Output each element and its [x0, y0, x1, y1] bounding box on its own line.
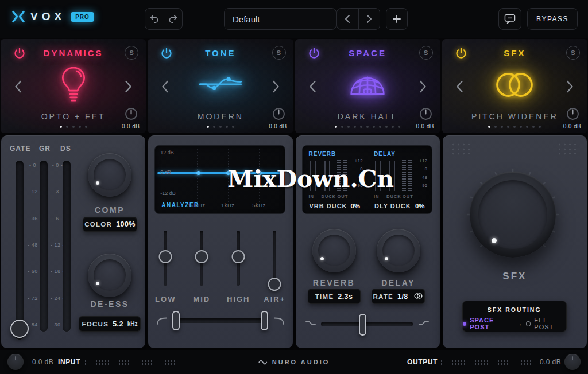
- color-value-box[interactable]: COLOR 100%: [83, 217, 137, 232]
- input-label: INPUT: [58, 358, 80, 366]
- module-gain-value: 0.0 dB: [122, 123, 140, 130]
- slider-handle[interactable]: [268, 278, 281, 291]
- meter-bar: [375, 161, 376, 191]
- prev-preset-arrow[interactable]: [455, 79, 465, 96]
- space-tilt-track[interactable]: [321, 322, 413, 326]
- deess-knob[interactable]: [88, 254, 131, 297]
- mix-dial-icon[interactable]: [566, 107, 580, 123]
- slider-handle[interactable]: [159, 250, 172, 263]
- page-dot: [213, 126, 215, 128]
- mid-slider[interactable]: [200, 231, 203, 286]
- time-value-box[interactable]: TIME 2.3s: [308, 289, 361, 304]
- solo-button[interactable]: S: [566, 46, 580, 60]
- dot-grid-decoration: [451, 142, 473, 157]
- input-gain-knob[interactable]: [7, 354, 24, 370]
- air-slider[interactable]: [273, 231, 276, 286]
- gridline: [158, 153, 281, 153]
- next-preset-arrow[interactable]: [123, 79, 133, 96]
- slider-handle[interactable]: [195, 250, 208, 263]
- eq-node[interactable]: [258, 171, 262, 175]
- stereo-link-icon[interactable]: [413, 291, 423, 302]
- mix-dial-icon[interactable]: [272, 107, 286, 123]
- page-dot: [85, 126, 87, 128]
- comp-knob[interactable]: [88, 153, 131, 197]
- redo-icon: [168, 14, 178, 24]
- input-level-meter: [84, 360, 175, 365]
- undo-icon: [149, 14, 159, 24]
- dome-icon: [347, 71, 388, 101]
- rate-field-label: RATE: [373, 293, 393, 300]
- sfx-knob[interactable]: [470, 172, 556, 258]
- add-preset-button[interactable]: [386, 8, 408, 30]
- chevron-right-icon: [366, 14, 372, 24]
- solo-button[interactable]: S: [419, 46, 433, 60]
- deess-knob-label: DE-ESS: [69, 299, 150, 309]
- filter-range-track[interactable]: [176, 318, 263, 323]
- redo-button[interactable]: [164, 9, 183, 29]
- comp-knob-label: COMP: [69, 205, 150, 215]
- knob-indicator-dot: [385, 257, 388, 260]
- preset-selector[interactable]: Default: [224, 8, 336, 30]
- route-to-label[interactable]: FLT POST: [534, 317, 566, 330]
- bypass-button[interactable]: BYPASS: [527, 8, 578, 30]
- prev-preset-arrow[interactable]: [13, 79, 23, 96]
- next-preset-arrow[interactable]: [565, 79, 575, 96]
- mix-dial-icon[interactable]: [419, 107, 433, 123]
- next-preset-arrow[interactable]: [271, 79, 281, 96]
- vrb-duck-row[interactable]: VRB DUCK 0%: [303, 198, 368, 213]
- high-slider[interactable]: [237, 231, 240, 286]
- eq-response-line[interactable]: [157, 172, 283, 174]
- output-gain-value: 0.0 dB: [540, 358, 561, 366]
- page-dot: [207, 126, 209, 128]
- space-panel: REVERB +120-48-96 IN DUCK OUT VRB DUCK 0…: [296, 135, 440, 348]
- knob-indicator-dot: [320, 257, 324, 260]
- delay-knob[interactable]: [377, 229, 420, 272]
- preset-next-button[interactable]: [358, 9, 380, 29]
- focus-value-box[interactable]: FOCUS 5.2 kHz: [79, 316, 141, 332]
- eq-node[interactable]: [226, 171, 230, 175]
- footer-brand: NURO AUDIO: [258, 359, 330, 365]
- route-from-label[interactable]: SPACE POST: [470, 317, 513, 330]
- meter-bar: [380, 161, 381, 191]
- space-tilt-handle[interactable]: [359, 314, 366, 336]
- undo-button[interactable]: [145, 9, 164, 29]
- eq-node[interactable]: [244, 171, 248, 175]
- preset-prev-button[interactable]: [337, 9, 358, 29]
- page-dot: [494, 126, 497, 128]
- sine-wave-icon: [258, 359, 268, 365]
- rate-value-box[interactable]: RATE 1/8: [372, 289, 425, 304]
- page-dot: [392, 126, 394, 128]
- gridline: [259, 149, 260, 202]
- scale-label: - 0: [25, 162, 40, 168]
- sfx-routing-box[interactable]: SFX ROUTING SPACE POST → FLT POST: [462, 301, 567, 332]
- reverb-knob[interactable]: [312, 229, 356, 272]
- meter-bar: [315, 161, 316, 191]
- feedback-button[interactable]: [498, 8, 521, 30]
- prev-preset-arrow[interactable]: [308, 79, 318, 96]
- dly-duck-row[interactable]: DLY DUCK 0%: [368, 198, 432, 213]
- output-gain-knob[interactable]: [564, 354, 581, 370]
- module-sfx: SFX S PITCH WIDENER 0.0 dB: [442, 39, 587, 349]
- prev-preset-arrow[interactable]: [160, 79, 170, 96]
- low-slider[interactable]: [164, 231, 167, 286]
- module-gain-value: 0.0 dB: [563, 123, 581, 130]
- gridline: [158, 194, 281, 194]
- rate-field-value: 1/8: [397, 293, 408, 301]
- gate-meter: [16, 161, 24, 340]
- page-dot: [398, 126, 400, 128]
- highpass-handle[interactable]: [172, 311, 180, 330]
- meter-bar: [394, 161, 395, 191]
- scale-label: - 12: [25, 189, 40, 194]
- slider-handle[interactable]: [232, 250, 245, 263]
- scale-label: - 72: [25, 295, 40, 301]
- next-preset-arrow[interactable]: [418, 79, 428, 96]
- lowpass-handle[interactable]: [261, 311, 268, 330]
- color-field-value: 100%: [116, 220, 136, 228]
- output-level-meter: [440, 360, 531, 365]
- eq-display[interactable]: 12 dB 0 dB -12 dB ANALYZER 180Hz 1kHz 5k…: [154, 145, 285, 214]
- time-field-label: TIME: [315, 293, 334, 300]
- mix-dial-icon[interactable]: [124, 107, 138, 123]
- eq-node[interactable]: [196, 171, 200, 175]
- db-label: 12 dB: [160, 150, 174, 155]
- solo-button[interactable]: S: [272, 46, 286, 60]
